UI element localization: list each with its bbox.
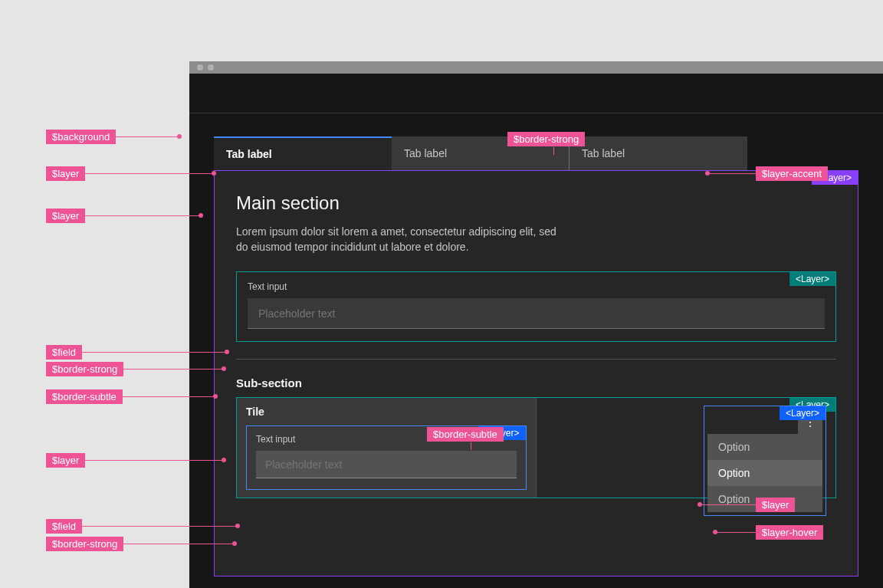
callout-label: $layer [46, 166, 85, 181]
sub-section-row: <Layer> Tile <Layer> Text input <Layer> [236, 397, 836, 498]
tile-text-input[interactable] [256, 451, 517, 478]
callout-label: $border-strong [46, 537, 123, 551]
main-text-input[interactable] [248, 298, 825, 329]
callout-layer-menu: $layer [698, 496, 795, 513]
window-dot [208, 64, 214, 71]
callout-border-subtle1: $border-subtle [46, 388, 218, 405]
callout-background: $background [46, 128, 182, 145]
main-section-title: Main section [236, 192, 836, 214]
window-dot [197, 64, 203, 71]
callout-border-strong-input1: $border-strong [46, 360, 226, 377]
callout-label: $border-strong [46, 362, 123, 376]
callout-label: $field [46, 519, 82, 534]
sub-section-heading: Sub-section [236, 376, 836, 389]
tile: Tile <Layer> Text input [237, 398, 537, 498]
callout-label: $layer [46, 453, 85, 468]
input-label: Text input [248, 281, 825, 292]
main-section-description: Lorem ipsum dolor sit lorem a amet, cons… [236, 225, 566, 255]
callout-border-strong-input2: $border-strong [46, 535, 237, 552]
callout-label: $border-subtle [427, 427, 504, 442]
menu-item-hover[interactable]: Option [707, 460, 822, 486]
teal-layer-input: <Layer> Text input [236, 271, 836, 342]
callout-label: $layer-hover [756, 525, 823, 540]
layer-tag-teal: <Layer> [789, 272, 835, 286]
window-titlebar [189, 61, 883, 74]
callout-label: $background [46, 130, 116, 144]
callout-field1: $field [46, 343, 229, 360]
layer-tag-blue: <Layer> [780, 406, 826, 420]
callout-field2: $field [46, 517, 240, 534]
callout-label: $layer [756, 498, 795, 512]
callout-label: $border-strong [507, 132, 585, 146]
menu-item[interactable]: Option [707, 434, 822, 460]
callout-label: $border-subtle [46, 389, 123, 404]
callout-pointer [471, 442, 471, 450]
callout-border-subtle2: $border-subtle [427, 425, 504, 442]
tile-title: Tile [246, 406, 527, 418]
divider-subtle [236, 359, 836, 360]
callout-label: $layer-accent [756, 166, 828, 181]
callout-layer-panel: $layer [46, 207, 203, 224]
app-header [189, 74, 883, 113]
callout-layer-tile: $layer [46, 452, 226, 468]
callout-layer-tabs: $layer [46, 165, 216, 182]
menu-column: <Layer> ⋮ Option Option Option [537, 398, 836, 498]
callout-layer-accent: $layer-accent [705, 165, 828, 182]
callout-layer-hover: $layer-hover [713, 524, 823, 540]
callout-label: $layer [46, 209, 85, 223]
tab-selected[interactable]: Tab label [214, 136, 392, 170]
callout-border-strong-tab: $border-strong [507, 130, 585, 147]
callout-label: $field [46, 345, 82, 360]
main-panel: <Layer> Main section Lorem ipsum dolor s… [214, 170, 858, 577]
callout-pointer [553, 147, 554, 155]
